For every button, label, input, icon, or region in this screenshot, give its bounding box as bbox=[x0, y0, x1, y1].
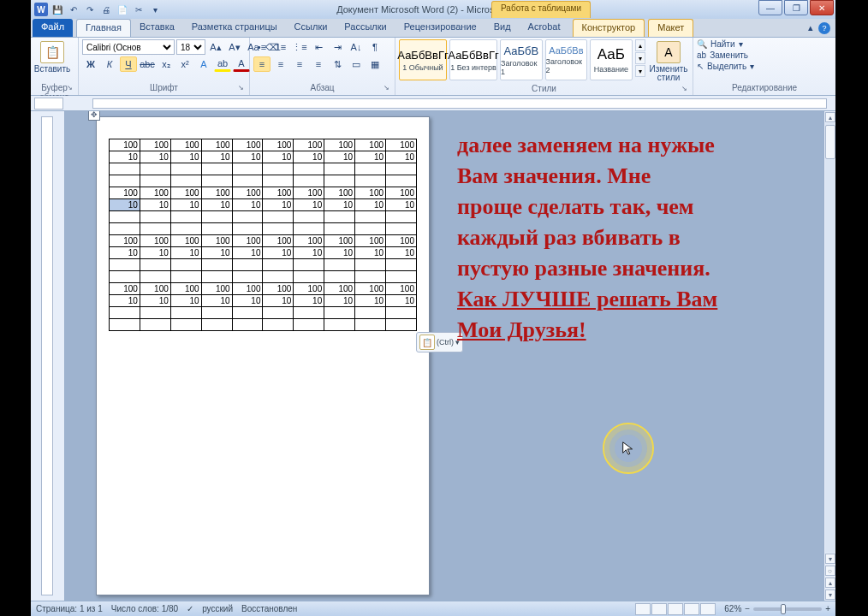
scroll-up-icon[interactable]: ▴ bbox=[825, 112, 835, 122]
table-cell[interactable] bbox=[294, 175, 324, 187]
table-cell[interactable] bbox=[140, 319, 170, 331]
table-cell[interactable]: 10 bbox=[201, 151, 232, 163]
table-cell[interactable] bbox=[386, 307, 417, 319]
table-row[interactable]: 100100100100100100100100100100 bbox=[110, 235, 417, 247]
cut-icon[interactable]: ✂ bbox=[132, 3, 146, 16]
table-row[interactable]: 10101010101010101010 bbox=[110, 199, 417, 211]
table-cell[interactable]: 10 bbox=[110, 151, 140, 163]
decrease-indent-icon[interactable]: ⇤ bbox=[310, 39, 327, 55]
table-cell[interactable]: 100 bbox=[386, 235, 417, 247]
table-cell[interactable] bbox=[355, 223, 386, 235]
table-cell[interactable] bbox=[170, 271, 201, 283]
table-cell[interactable] bbox=[324, 175, 355, 187]
table-cell[interactable] bbox=[324, 223, 355, 235]
table-cell[interactable] bbox=[170, 223, 201, 235]
table-cell[interactable] bbox=[170, 211, 201, 223]
quick-print-icon[interactable]: 📄 bbox=[116, 3, 129, 16]
table-cell[interactable]: 100 bbox=[386, 187, 417, 199]
shrink-font-icon[interactable]: A▾ bbox=[226, 39, 243, 55]
table-cell[interactable] bbox=[386, 223, 417, 235]
table-cell[interactable] bbox=[324, 319, 355, 331]
table-cell[interactable]: 10 bbox=[355, 151, 386, 163]
table-cell[interactable]: 100 bbox=[294, 235, 324, 247]
table-cell[interactable] bbox=[294, 319, 324, 331]
tab-table-layout[interactable]: Макет bbox=[648, 19, 693, 37]
table-cell[interactable]: 100 bbox=[386, 139, 417, 151]
table-cell[interactable]: 100 bbox=[324, 235, 355, 247]
table-row[interactable] bbox=[110, 307, 417, 319]
table-cell[interactable] bbox=[232, 271, 263, 283]
next-page-icon[interactable]: ▾ bbox=[825, 589, 835, 600]
table-cell[interactable] bbox=[140, 223, 170, 235]
table-cell[interactable] bbox=[386, 319, 417, 331]
align-right-icon[interactable]: ≡ bbox=[291, 56, 308, 72]
table-cell[interactable] bbox=[386, 163, 417, 175]
table-cell[interactable] bbox=[170, 259, 201, 271]
table-cell[interactable] bbox=[110, 175, 140, 187]
table-cell[interactable]: 100 bbox=[355, 139, 386, 151]
minimize-button[interactable]: — bbox=[758, 0, 782, 15]
table-cell[interactable] bbox=[232, 307, 263, 319]
align-left-icon[interactable]: ≡ bbox=[253, 56, 271, 72]
table-cell[interactable]: 100 bbox=[294, 283, 324, 295]
table-cell[interactable]: 10 bbox=[324, 295, 355, 307]
view-draft[interactable] bbox=[700, 603, 716, 615]
tab-mailings[interactable]: Рассылки bbox=[336, 19, 395, 37]
document-table[interactable]: 1001001001001001001001001001001010101010… bbox=[109, 139, 417, 331]
table-cell[interactable]: 100 bbox=[170, 187, 201, 199]
replace-button[interactable]: abЗаменить bbox=[697, 50, 754, 60]
table-cell[interactable] bbox=[110, 163, 140, 175]
table-cell[interactable]: 10 bbox=[263, 151, 294, 163]
restore-button[interactable]: ❐ bbox=[784, 0, 808, 15]
table-cell[interactable]: 10 bbox=[140, 247, 170, 259]
numbering-icon[interactable]: 1≡ bbox=[272, 39, 289, 55]
table-cell[interactable] bbox=[355, 211, 386, 223]
table-cell[interactable]: 10 bbox=[386, 151, 417, 163]
table-cell[interactable]: 10 bbox=[324, 199, 355, 211]
table-cell[interactable] bbox=[386, 271, 417, 283]
print-preview-icon[interactable]: 🖨 bbox=[99, 3, 113, 16]
table-row[interactable] bbox=[110, 271, 417, 283]
table-cell[interactable] bbox=[140, 175, 170, 187]
table-cell[interactable]: 100 bbox=[294, 187, 324, 199]
table-cell[interactable]: 10 bbox=[263, 295, 294, 307]
paste-options-smarttag[interactable]: 📋 (Ctrl) ▾ bbox=[416, 332, 463, 352]
table-cell[interactable]: 100 bbox=[263, 235, 294, 247]
table-cell[interactable]: 10 bbox=[232, 247, 263, 259]
view-outline[interactable] bbox=[684, 603, 699, 615]
table-cell[interactable]: 100 bbox=[170, 139, 201, 151]
tab-acrobat[interactable]: Acrobat bbox=[520, 19, 569, 37]
table-cell[interactable]: 10 bbox=[294, 151, 324, 163]
table-cell[interactable] bbox=[232, 259, 263, 271]
table-cell[interactable] bbox=[170, 319, 201, 331]
table-cell[interactable]: 10 bbox=[355, 295, 386, 307]
scroll-thumb[interactable] bbox=[825, 125, 835, 159]
table-cell[interactable]: 100 bbox=[140, 187, 170, 199]
table-cell[interactable]: 10 bbox=[386, 295, 417, 307]
table-cell[interactable]: 100 bbox=[355, 187, 386, 199]
paste-button[interactable]: 📋 Вставить bbox=[34, 39, 70, 75]
table-cell[interactable]: 100 bbox=[386, 283, 417, 295]
table-cell[interactable] bbox=[140, 211, 170, 223]
style-normal[interactable]: АаБбВвГг 1 Обычный bbox=[399, 39, 447, 80]
table-cell[interactable] bbox=[263, 163, 294, 175]
table-cell[interactable]: 10 bbox=[110, 247, 140, 259]
table-cell[interactable]: 10 bbox=[232, 295, 263, 307]
table-cell[interactable]: 10 bbox=[232, 151, 263, 163]
help-icon[interactable]: ? bbox=[818, 22, 830, 34]
paragraph-launcher-icon[interactable]: ↘ bbox=[383, 84, 389, 92]
table-cell[interactable] bbox=[201, 307, 232, 319]
table-cell[interactable] bbox=[263, 271, 294, 283]
table-cell[interactable]: 10 bbox=[110, 199, 140, 211]
table-cell[interactable] bbox=[263, 259, 294, 271]
table-cell[interactable] bbox=[232, 175, 263, 187]
browse-object-icon[interactable]: ○ bbox=[825, 566, 835, 576]
table-cell[interactable] bbox=[386, 211, 417, 223]
tab-references[interactable]: Ссылки bbox=[286, 19, 336, 37]
zoom-in-icon[interactable]: + bbox=[825, 604, 830, 613]
borders-icon[interactable]: ▦ bbox=[366, 56, 383, 72]
table-cell[interactable] bbox=[110, 259, 140, 271]
table-cell[interactable]: 100 bbox=[232, 283, 263, 295]
table-row[interactable]: 100100100100100100100100100100 bbox=[110, 187, 417, 199]
proofing-icon[interactable]: ✓ bbox=[187, 604, 193, 613]
